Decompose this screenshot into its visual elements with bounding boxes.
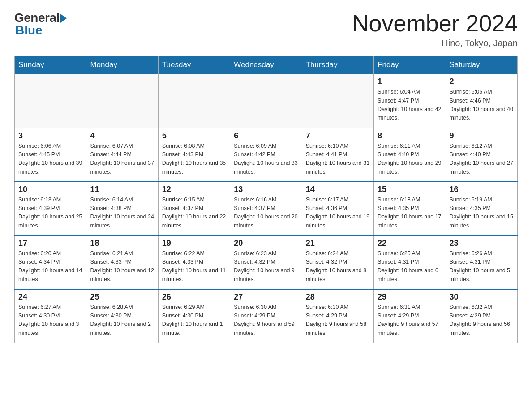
day-info: Sunrise: 6:05 AMSunset: 4:46 PMDaylight:… (450, 88, 514, 123)
day-info: Sunrise: 6:23 AMSunset: 4:32 PMDaylight:… (234, 249, 298, 284)
calendar-cell (230, 74, 302, 128)
day-info: Sunrise: 6:14 AMSunset: 4:38 PMDaylight:… (90, 196, 154, 231)
day-number: 13 (234, 185, 298, 194)
calendar-cell: 30Sunrise: 6:32 AMSunset: 4:29 PMDayligh… (446, 289, 517, 343)
calendar-cell: 18Sunrise: 6:21 AMSunset: 4:33 PMDayligh… (86, 235, 158, 289)
day-info: Sunrise: 6:13 AMSunset: 4:39 PMDaylight:… (18, 196, 82, 231)
day-number: 15 (378, 185, 442, 194)
day-number: 9 (450, 131, 514, 141)
calendar-cell: 20Sunrise: 6:23 AMSunset: 4:32 PMDayligh… (230, 235, 302, 289)
day-info: Sunrise: 6:15 AMSunset: 4:37 PMDaylight:… (162, 196, 226, 231)
day-info: Sunrise: 6:08 AMSunset: 4:43 PMDaylight:… (162, 142, 226, 177)
calendar-cell: 11Sunrise: 6:14 AMSunset: 4:38 PMDayligh… (86, 182, 158, 235)
day-info: Sunrise: 6:09 AMSunset: 4:42 PMDaylight:… (234, 142, 298, 177)
calendar-cell: 22Sunrise: 6:25 AMSunset: 4:31 PMDayligh… (374, 235, 446, 289)
day-number: 28 (306, 292, 370, 302)
calendar-cell: 15Sunrise: 6:18 AMSunset: 4:35 PMDayligh… (374, 182, 446, 235)
calendar-header: SundayMondayTuesdayWednesdayThursdayFrid… (15, 56, 518, 74)
calendar-cell: 27Sunrise: 6:30 AMSunset: 4:29 PMDayligh… (230, 289, 302, 343)
calendar-cell (86, 74, 158, 128)
day-number: 19 (162, 239, 226, 248)
day-number: 24 (18, 292, 82, 302)
calendar-cell: 3Sunrise: 6:06 AMSunset: 4:45 PMDaylight… (15, 128, 86, 182)
day-number: 26 (162, 292, 226, 302)
calendar-cell: 7Sunrise: 6:10 AMSunset: 4:41 PMDaylight… (302, 128, 373, 182)
week-row-4: 24Sunrise: 6:27 AMSunset: 4:30 PMDayligh… (15, 289, 518, 343)
day-info: Sunrise: 6:20 AMSunset: 4:34 PMDaylight:… (18, 249, 82, 284)
day-number: 4 (90, 131, 154, 141)
header-thursday: Thursday (302, 56, 373, 74)
day-info: Sunrise: 6:32 AMSunset: 4:29 PMDaylight:… (450, 303, 514, 338)
calendar-cell: 13Sunrise: 6:16 AMSunset: 4:37 PMDayligh… (230, 182, 302, 235)
calendar-cell: 16Sunrise: 6:19 AMSunset: 4:35 PMDayligh… (446, 182, 517, 235)
day-info: Sunrise: 6:22 AMSunset: 4:33 PMDaylight:… (162, 249, 226, 284)
calendar-cell: 6Sunrise: 6:09 AMSunset: 4:42 PMDaylight… (230, 128, 302, 182)
header-sunday: Sunday (15, 56, 86, 74)
day-info: Sunrise: 6:17 AMSunset: 4:36 PMDaylight:… (306, 196, 370, 231)
day-number: 5 (162, 131, 226, 141)
day-info: Sunrise: 6:28 AMSunset: 4:30 PMDaylight:… (90, 303, 154, 338)
calendar-cell: 9Sunrise: 6:12 AMSunset: 4:40 PMDaylight… (446, 128, 517, 182)
day-info: Sunrise: 6:29 AMSunset: 4:30 PMDaylight:… (162, 303, 226, 338)
calendar-body: 1Sunrise: 6:04 AMSunset: 4:47 PMDaylight… (15, 74, 518, 343)
day-info: Sunrise: 6:19 AMSunset: 4:35 PMDaylight:… (450, 196, 514, 231)
day-info: Sunrise: 6:31 AMSunset: 4:29 PMDaylight:… (378, 303, 442, 338)
day-number: 30 (450, 292, 514, 302)
logo-triangle-icon (60, 14, 67, 23)
day-number: 8 (378, 131, 442, 141)
calendar-cell: 5Sunrise: 6:08 AMSunset: 4:43 PMDaylight… (158, 128, 230, 182)
day-number: 6 (234, 131, 298, 141)
week-row-3: 17Sunrise: 6:20 AMSunset: 4:34 PMDayligh… (15, 235, 518, 289)
day-number: 14 (306, 185, 370, 194)
day-info: Sunrise: 6:27 AMSunset: 4:30 PMDaylight:… (18, 303, 82, 338)
calendar-cell: 19Sunrise: 6:22 AMSunset: 4:33 PMDayligh… (158, 235, 230, 289)
calendar-cell: 23Sunrise: 6:26 AMSunset: 4:31 PMDayligh… (446, 235, 517, 289)
calendar-cell: 17Sunrise: 6:20 AMSunset: 4:34 PMDayligh… (15, 235, 86, 289)
day-number: 23 (450, 239, 514, 248)
calendar-cell: 1Sunrise: 6:04 AMSunset: 4:47 PMDaylight… (374, 74, 446, 128)
week-row-2: 10Sunrise: 6:13 AMSunset: 4:39 PMDayligh… (15, 182, 518, 235)
day-info: Sunrise: 6:24 AMSunset: 4:32 PMDaylight:… (306, 249, 370, 284)
calendar-cell: 12Sunrise: 6:15 AMSunset: 4:37 PMDayligh… (158, 182, 230, 235)
calendar-cell: 29Sunrise: 6:31 AMSunset: 4:29 PMDayligh… (374, 289, 446, 343)
day-info: Sunrise: 6:10 AMSunset: 4:41 PMDaylight:… (306, 142, 370, 177)
calendar-cell: 14Sunrise: 6:17 AMSunset: 4:36 PMDayligh… (302, 182, 373, 235)
calendar-cell: 4Sunrise: 6:07 AMSunset: 4:44 PMDaylight… (86, 128, 158, 182)
day-number: 21 (306, 239, 370, 248)
header-row: SundayMondayTuesdayWednesdayThursdayFrid… (15, 56, 518, 74)
day-info: Sunrise: 6:11 AMSunset: 4:40 PMDaylight:… (378, 142, 442, 177)
day-info: Sunrise: 6:25 AMSunset: 4:31 PMDaylight:… (378, 249, 442, 284)
day-number: 29 (378, 292, 442, 302)
month-title: November 2024 (352, 11, 518, 36)
header-tuesday: Tuesday (158, 56, 230, 74)
day-info: Sunrise: 6:18 AMSunset: 4:35 PMDaylight:… (378, 196, 442, 231)
day-number: 20 (234, 239, 298, 248)
day-number: 18 (90, 239, 154, 248)
header-friday: Friday (374, 56, 446, 74)
calendar-cell (15, 74, 86, 128)
week-row-1: 3Sunrise: 6:06 AMSunset: 4:45 PMDaylight… (15, 128, 518, 182)
calendar-cell: 24Sunrise: 6:27 AMSunset: 4:30 PMDayligh… (15, 289, 86, 343)
day-number: 10 (18, 185, 82, 194)
day-number: 27 (234, 292, 298, 302)
calendar-cell: 2Sunrise: 6:05 AMSunset: 4:46 PMDaylight… (446, 74, 517, 128)
calendar-cell: 28Sunrise: 6:30 AMSunset: 4:29 PMDayligh… (302, 289, 373, 343)
day-number: 11 (90, 185, 154, 194)
day-number: 12 (162, 185, 226, 194)
page-header: General Blue November 2024 Hino, Tokyo, … (14, 11, 518, 48)
day-number: 1 (378, 77, 442, 86)
logo-blue-text: Blue (15, 23, 43, 38)
day-number: 22 (378, 239, 442, 248)
day-info: Sunrise: 6:04 AMSunset: 4:47 PMDaylight:… (378, 88, 442, 123)
calendar-cell (158, 74, 230, 128)
calendar-cell: 25Sunrise: 6:28 AMSunset: 4:30 PMDayligh… (86, 289, 158, 343)
calendar-cell: 26Sunrise: 6:29 AMSunset: 4:30 PMDayligh… (158, 289, 230, 343)
week-row-0: 1Sunrise: 6:04 AMSunset: 4:47 PMDaylight… (15, 74, 518, 128)
day-number: 2 (450, 77, 514, 86)
day-info: Sunrise: 6:16 AMSunset: 4:37 PMDaylight:… (234, 196, 298, 231)
calendar-cell (302, 74, 373, 128)
logo: General Blue (14, 11, 67, 38)
day-info: Sunrise: 6:30 AMSunset: 4:29 PMDaylight:… (306, 303, 370, 338)
title-section: November 2024 Hino, Tokyo, Japan (352, 11, 518, 48)
day-info: Sunrise: 6:07 AMSunset: 4:44 PMDaylight:… (90, 142, 154, 177)
